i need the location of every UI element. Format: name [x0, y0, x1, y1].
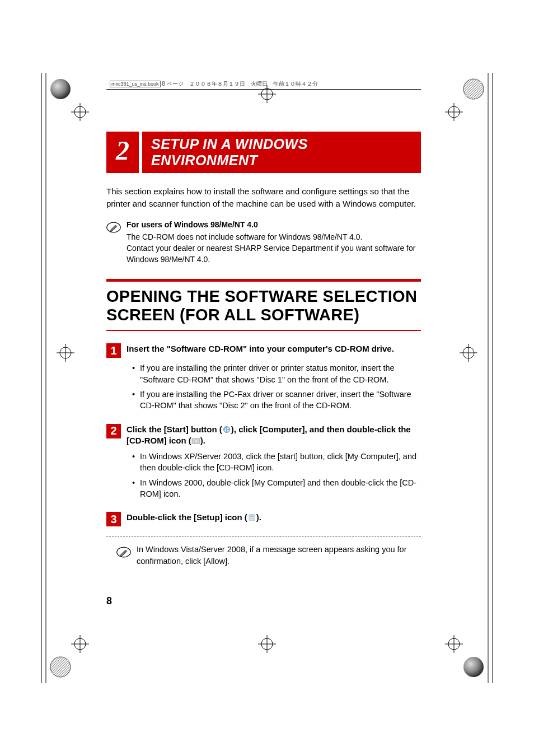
svg-rect-37 [250, 516, 254, 517]
cdrom-drive-icon [191, 437, 200, 445]
svg-rect-38 [250, 518, 254, 520]
step-2-heading: Click the [Start] button (), click [Comp… [127, 424, 421, 447]
step-3: 3 Double-click the [Setup] icon (). [106, 512, 421, 526]
header-meta: 8 ページ ２００８年８月１９日 火曜日 午前１０時４２分 [162, 81, 317, 87]
step-1-bullet-1: If you are installing the printer driver… [132, 362, 421, 385]
step-1: 1 Insert the "Software CD-ROM" into your… [106, 343, 421, 358]
svg-point-7 [463, 657, 484, 677]
step-1-bullet-2: If you are installing the PC-Fax driver … [132, 389, 421, 412]
svg-point-35 [194, 440, 197, 442]
note-box-2: In Windows Vista/Server 2008, if a messa… [116, 544, 421, 567]
running-header: mxc381_us_ins.book 8 ページ ２００８年８月１９日 火曜日 … [106, 80, 421, 90]
windows-start-orb-icon [222, 426, 231, 433]
rule-thick-top [106, 279, 421, 282]
page-number: 8 [106, 595, 112, 607]
chapter-heading: 2 SETUP IN A WINDOWS ENVIRONMENT [106, 132, 421, 173]
intro-paragraph: This section explains how to install the… [106, 185, 421, 210]
header-filename: mxc381_us_ins.book [110, 81, 161, 87]
step-2-bullets: In Windows XP/Server 2003, click the [st… [132, 451, 421, 500]
section-title: OPENING THE SOFTWARE SELECTION SCREEN (F… [106, 287, 421, 325]
note2-text: In Windows Vista/Server 2008, if a messa… [137, 544, 421, 567]
step-2: 2 Click the [Start] button (), click [Co… [106, 424, 421, 447]
dashed-rule [106, 536, 421, 537]
chapter-title: SETUP IN A WINDOWS ENVIRONMENT [142, 132, 421, 173]
svg-point-5 [463, 79, 484, 99]
step-number-3: 3 [106, 512, 121, 526]
note1-title: For users of Windows 98/Me/NT 4.0 [127, 219, 421, 230]
svg-point-4 [50, 79, 71, 99]
svg-point-6 [50, 657, 71, 677]
note-box-1: For users of Windows 98/Me/NT 4.0 The CD… [106, 219, 421, 265]
step-2-bullet-2: In Windows 2000, double-click [My Comput… [132, 477, 421, 500]
chapter-number: 2 [106, 132, 139, 173]
rule-thin-bottom [106, 330, 421, 331]
step-number-1: 1 [106, 343, 121, 358]
step-number-2: 2 [106, 424, 121, 438]
page-content: mxc381_us_ins.book 8 ページ ２００８年８月１９日 火曜日 … [106, 80, 421, 567]
step-1-heading: Insert the "Software CD-ROM" into your c… [127, 343, 394, 354]
setup-exe-icon [247, 514, 256, 521]
pencil-icon [106, 220, 121, 235]
note1-line2: Contact your dealer or nearest SHARP Ser… [127, 242, 421, 265]
svg-point-33 [223, 426, 230, 432]
svg-rect-36 [249, 515, 255, 521]
note1-line1: The CD-ROM does not include software for… [127, 231, 421, 242]
step-1-bullets: If you are installing the printer driver… [132, 362, 421, 411]
step-2-bullet-1: In Windows XP/Server 2003, click the [st… [132, 451, 421, 474]
step-3-heading: Double-click the [Setup] icon (). [127, 512, 261, 523]
pencil-icon [116, 545, 131, 559]
